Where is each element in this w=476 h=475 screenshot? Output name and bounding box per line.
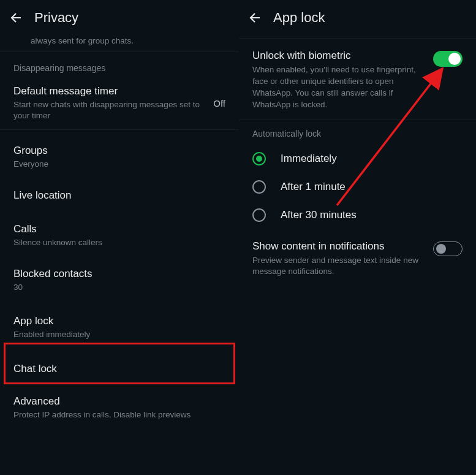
radio-thirty-minutes[interactable]: After 30 minutes — [252, 201, 463, 229]
default-timer-title: Default message timer — [13, 85, 206, 97]
radio-immediately[interactable]: Immediately — [252, 145, 463, 173]
calls-title: Calls — [13, 223, 225, 235]
chat-lock-title: Chat lock — [13, 363, 225, 375]
app-lock-screen: App lock Unlock with biometric When enab… — [239, 0, 476, 475]
radio-label-one-minute: After 1 minute — [281, 181, 346, 193]
biometric-title: Unlock with biometric — [252, 50, 425, 62]
show-content-desc: Preview sender and message text inside n… — [252, 255, 425, 278]
advanced-sub: Protect IP address in calls, Disable lin… — [13, 409, 225, 420]
radio-label-thirty-minutes: After 30 minutes — [281, 209, 357, 221]
app-lock-sub: Enabled immediately — [13, 329, 225, 340]
app-lock-header: App lock — [239, 0, 476, 36]
advanced-title: Advanced — [13, 395, 225, 408]
auto-lock-radio-group: Immediately After 1 minute After 30 minu… — [239, 143, 476, 235]
radio-label-immediately: Immediately — [281, 153, 337, 165]
live-location-item[interactable]: Live location — [0, 178, 239, 215]
privacy-header: Privacy — [0, 0, 239, 36]
biometric-toggle[interactable] — [433, 51, 463, 67]
section-header-disappearing: Disappearing messages — [0, 52, 239, 78]
default-message-timer-item[interactable]: Default message timer Start new chats wi… — [0, 78, 239, 129]
unlock-biometric-item[interactable]: Unlock with biometric When enabled, you'… — [239, 39, 476, 120]
groups-title: Groups — [13, 145, 225, 157]
show-content-toggle[interactable] — [433, 241, 463, 256]
truncated-prev-desc: always sent for group chats. — [0, 36, 239, 51]
toggle-knob-icon — [448, 53, 461, 65]
default-timer-value: Off — [213, 98, 225, 108]
radio-icon — [252, 152, 266, 165]
blocked-sub: 30 — [13, 282, 225, 293]
back-arrow-icon[interactable] — [9, 10, 25, 26]
live-location-title: Live location — [13, 189, 225, 202]
app-lock-item[interactable]: App lock Enabled immediately — [0, 302, 239, 352]
page-title: App lock — [273, 10, 325, 26]
blocked-contacts-item[interactable]: Blocked contacts 30 — [0, 257, 239, 302]
chat-lock-item[interactable]: Chat lock — [0, 353, 239, 387]
app-lock-title: App lock — [13, 315, 225, 327]
section-header-auto-lock: Automatically lock — [239, 120, 476, 143]
calls-sub: Silence unknown callers — [13, 237, 225, 248]
page-title: Privacy — [34, 10, 78, 26]
back-arrow-icon[interactable] — [247, 10, 263, 26]
privacy-screen: Privacy always sent for group chats. Dis… — [0, 0, 239, 475]
radio-one-minute[interactable]: After 1 minute — [252, 173, 463, 201]
advanced-item[interactable]: Advanced Protect IP address in calls, Di… — [0, 387, 239, 429]
show-content-title: Show content in notifications — [252, 240, 425, 253]
show-content-item[interactable]: Show content in notifications Preview se… — [239, 235, 476, 287]
radio-icon — [252, 208, 266, 222]
biometric-desc: When enabled, you'll need to use fingerp… — [252, 64, 425, 111]
radio-icon — [252, 180, 266, 194]
toggle-knob-icon — [436, 244, 446, 254]
groups-item[interactable]: Groups Everyone — [0, 130, 239, 178]
calls-item[interactable]: Calls Silence unknown callers — [0, 215, 239, 257]
groups-sub: Everyone — [13, 159, 225, 170]
default-timer-sub: Start new chats with disappearing messag… — [13, 99, 206, 121]
blocked-title: Blocked contacts — [13, 268, 225, 280]
